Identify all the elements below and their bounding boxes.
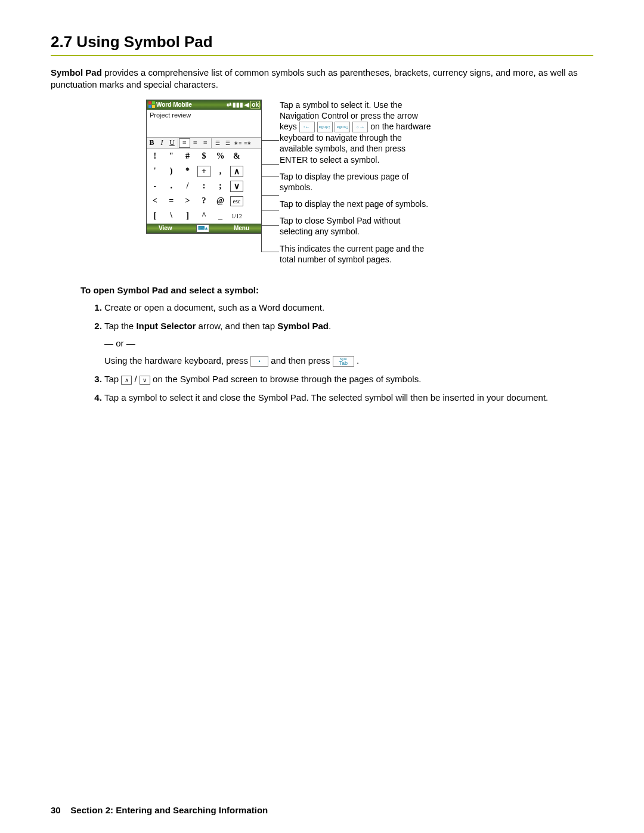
- phone-screenshot: Word Mobile ⇄ ▮▮▮ ◀ ok Project review B …: [146, 100, 262, 234]
- symbol-cell[interactable]: ': [147, 164, 163, 179]
- callout-next: Tap to display the next page of symbols.: [280, 199, 435, 209]
- input-selector-icon[interactable]: ⌨▴: [196, 224, 209, 233]
- step-4: Tap a symbol to select it and close the …: [104, 391, 593, 404]
- document-area[interactable]: Project review: [147, 110, 261, 137]
- page-indicator: 1/12: [228, 209, 244, 224]
- menu-softkey[interactable]: Menu: [234, 225, 249, 231]
- symbol-cell[interactable]: >: [179, 194, 196, 209]
- symbol-cell[interactable]: ^: [196, 209, 212, 224]
- blank: [245, 149, 261, 164]
- arrow-left-key: !←: [299, 122, 315, 132]
- symbol-cell[interactable]: ,: [212, 164, 228, 179]
- callout-prev: Tap to display the previous page of symb…: [280, 171, 435, 193]
- sym-tab-key: SymTab: [333, 356, 354, 367]
- symbol-cell[interactable]: $: [196, 149, 212, 164]
- bold-button[interactable]: B: [147, 138, 157, 148]
- callout-navigate: Tap a symbol to select it. Use the Navig…: [280, 100, 435, 165]
- symbol-cell[interactable]: !: [147, 149, 163, 164]
- symbol-cell[interactable]: ): [163, 164, 179, 179]
- align-left-button[interactable]: ≡: [179, 138, 190, 148]
- underline-button[interactable]: U: [167, 138, 177, 148]
- pgdn-key: PgDn↓: [335, 122, 350, 132]
- symbol-cell[interactable]: [: [147, 209, 163, 224]
- esc-button[interactable]: esc: [230, 196, 243, 206]
- symbol-cell[interactable]: &: [228, 149, 244, 164]
- next-page-button[interactable]: ∨: [230, 181, 243, 192]
- symbol-cell[interactable]: @: [212, 194, 228, 209]
- connectivity-icon: ⇄: [227, 101, 231, 108]
- symbol-cell[interactable]: /: [179, 179, 196, 194]
- blank: [245, 179, 261, 194]
- blank: [245, 164, 261, 179]
- soft-key-bar: View ⌨▴ Menu: [147, 224, 261, 233]
- outdent-button[interactable]: ∗≡: [233, 138, 243, 148]
- symbol-cell[interactable]: =: [163, 194, 179, 209]
- bullets-button[interactable]: ☰: [212, 138, 222, 148]
- symbol-cell[interactable]: ;: [212, 179, 228, 194]
- align-center-button[interactable]: ≡: [190, 138, 200, 148]
- symbol-cell[interactable]: ]: [179, 209, 196, 224]
- arrow-right-key: ☼→: [352, 122, 368, 132]
- symbol-cell[interactable]: <: [147, 194, 163, 209]
- windows-start-icon[interactable]: [148, 101, 155, 109]
- heading-rule: [51, 55, 593, 56]
- view-softkey[interactable]: View: [159, 225, 172, 231]
- signal-icon: ▮▮▮: [233, 101, 243, 108]
- symbol-cell[interactable]: *: [179, 164, 196, 179]
- symbol-cell[interactable]: #: [179, 149, 196, 164]
- section-heading: 2.7 Using Symbol Pad: [51, 33, 593, 51]
- pgup-key: PgUp↑: [317, 122, 333, 132]
- prev-page-button[interactable]: ∧: [230, 166, 243, 177]
- up-arrow-box: ∧: [121, 376, 132, 385]
- symbol-cell-selected[interactable]: +: [197, 166, 210, 177]
- title-bar: Word Mobile ⇄ ▮▮▮ ◀ ok: [147, 100, 261, 110]
- italic-button[interactable]: I: [157, 138, 167, 148]
- blank: [245, 209, 261, 224]
- steps-list: Create or open a document, such as a Wor…: [92, 301, 593, 404]
- symbol-cell[interactable]: .: [163, 179, 179, 194]
- symbol-cell[interactable]: \: [163, 209, 179, 224]
- symbol-cell[interactable]: %: [212, 149, 228, 164]
- indent-button[interactable]: ≡∗: [243, 138, 253, 148]
- callouts: Tap a symbol to select it. Use the Navig…: [280, 100, 435, 271]
- intro-paragraph: Symbol Pad provides a comprehensive list…: [51, 67, 593, 91]
- step-2: Tap the Input Selector arrow, and then t…: [104, 320, 593, 367]
- step-1: Create or open a document, such as a Wor…: [104, 301, 593, 314]
- page-footer: 30 Section 2: Entering and Searching Inf…: [51, 805, 268, 815]
- align-right-button[interactable]: ≡: [200, 138, 210, 148]
- symbol-cell[interactable]: -: [147, 179, 163, 194]
- app-title: Word Mobile: [156, 101, 192, 108]
- callout-pager: This indicates the current page and the …: [280, 243, 435, 265]
- sub-heading: To open Symbol Pad and select a symbol:: [80, 285, 593, 295]
- formatting-toolbar: B I U ≡ ≡ ≡ ☰ ☰ ∗≡ ≡∗: [147, 137, 261, 149]
- symbol-cell[interactable]: :: [196, 179, 212, 194]
- ok-button[interactable]: ok: [250, 101, 260, 109]
- document-text: Project review: [150, 112, 191, 119]
- symbol-grid: ! " # $ % & ' ) * + , ∧ - . / : ; ∨ < = …: [147, 149, 261, 224]
- callout-close: Tap to close Symbol Pad without selectin…: [280, 215, 435, 237]
- blank: [245, 194, 261, 209]
- numbering-button[interactable]: ☰: [222, 138, 233, 148]
- speaker-icon: ◀: [244, 101, 249, 108]
- symbol-cell[interactable]: _: [212, 209, 228, 224]
- or-separator: — or —: [104, 337, 593, 349]
- dot-key: •: [250, 356, 268, 367]
- down-arrow-box: ∨: [140, 376, 150, 385]
- symbol-cell[interactable]: ?: [196, 194, 212, 209]
- step-3: Tap ∧ / ∨ on the Symbol Pad screen to br…: [104, 373, 593, 385]
- symbol-cell[interactable]: ": [163, 149, 179, 164]
